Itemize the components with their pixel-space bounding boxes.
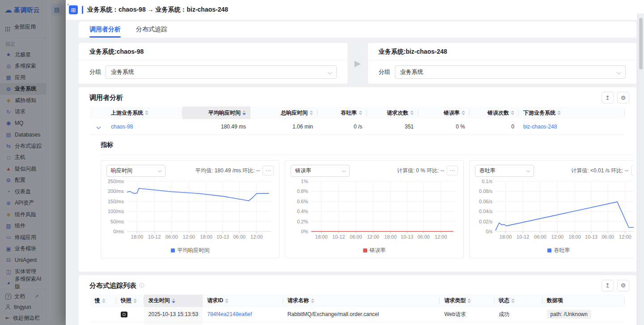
sort-icon[interactable] — [225, 299, 229, 303]
source-group-select[interactable]: 业务系统 — [106, 65, 337, 79]
svg-text:10-13: 10-13 — [585, 234, 597, 239]
apps-badge-icon[interactable]: ⊞ ✕ — [69, 5, 78, 14]
target-group-select[interactable]: 业务系统 — [395, 65, 626, 79]
sort-icon[interactable] — [467, 299, 471, 303]
table-settings-button[interactable]: ⚙ — [617, 280, 629, 291]
sort-icon[interactable] — [511, 111, 514, 115]
metric-select[interactable]: 响应时间 — [106, 165, 165, 177]
table-settings-button[interactable]: ⚙ — [617, 92, 629, 103]
table-header-row: 慢快照发生时间请求ID请求名称请求类型状态数据项 — [90, 295, 625, 307]
upstream-system-link[interactable]: chaos-98 — [111, 124, 133, 130]
svg-text:06:00: 06:00 — [602, 234, 614, 239]
column-header[interactable]: 请求类型 — [440, 295, 494, 307]
sort-icon[interactable] — [410, 111, 414, 115]
svg-text:18:00: 18:00 — [131, 234, 144, 239]
svg-text:1%: 1% — [301, 179, 308, 184]
sort-icon[interactable] — [242, 111, 246, 115]
svg-text:0.06/s: 0.06/s — [479, 198, 492, 204]
legend-swatch — [547, 248, 551, 252]
legend-label[interactable]: 错误率 — [370, 247, 386, 254]
expand-row-icon[interactable] — [96, 124, 101, 129]
column-header[interactable]: 吞吐率 — [318, 107, 367, 119]
svg-text:06:00: 06:00 — [350, 234, 362, 239]
column-header[interactable]: 请求ID — [203, 295, 283, 307]
column-header[interactable]: 总响应时间 — [250, 107, 318, 119]
column-header[interactable]: 请求次数 — [367, 107, 418, 119]
metric-select[interactable]: 错误率 — [291, 165, 350, 177]
line-chart: 0%0.2%0.4%0.6%0.8%1%18:0010-1206:0012:00… — [291, 177, 458, 245]
system-selector-row: 业务系统:chaos-98 分组 业务系统 ▶ 业务系统:biz-chaos-2… — [79, 43, 636, 84]
svg-text:10-12: 10-12 — [148, 234, 161, 239]
column-header[interactable]: 错误次数 — [470, 107, 519, 119]
column-header[interactable]: 慢 — [90, 295, 116, 307]
status-cell: 成功 — [494, 307, 542, 322]
svg-text:06:00: 06:00 — [534, 234, 547, 239]
group-label: 分组 — [89, 68, 101, 76]
info-icon[interactable]: ⓘ — [139, 282, 144, 290]
sort-icon[interactable] — [133, 299, 137, 303]
column-header[interactable]: 下游业务系统 — [519, 107, 625, 119]
svg-text:100/ms: 100/ms — [108, 209, 124, 214]
export-button[interactable]: ↥ — [602, 92, 614, 103]
svg-text:0%: 0% — [301, 229, 308, 234]
svg-text:18:00: 18:00 — [568, 234, 581, 239]
metric-select-value: 吞吐率 — [479, 167, 496, 175]
svg-text:0.04/s: 0.04/s — [479, 209, 492, 214]
target-system-card: 业务系统:biz-chaos-248 分组 业务系统 — [368, 43, 637, 84]
sort-icon[interactable] — [102, 299, 106, 303]
vertical-scrollbar[interactable] — [637, 13, 644, 325]
status-cell: 成功 — [494, 322, 542, 325]
more-options-button[interactable]: ⋯ — [447, 166, 458, 175]
caller-analysis-card: 调用者分析 ↥ ⚙ 上游业务系统平均响应时间总响应时间吞吐率请求次数错误率错误次… — [79, 87, 636, 272]
sort-icon[interactable] — [557, 111, 561, 115]
caller-analysis-title: 调用者分析 — [89, 94, 123, 102]
request-id-link[interactable]: 784f4ea2148ea6ef — [207, 311, 252, 317]
more-options-button[interactable]: ⋯ — [263, 166, 274, 175]
data-item-tag: path: /Unknown — [547, 310, 591, 319]
svg-text:150/ms: 150/ms — [108, 198, 124, 204]
svg-text:10-13: 10-13 — [401, 234, 413, 239]
chart-legend: 吞吐率 — [475, 247, 634, 255]
more-options-button[interactable]: ⋯ — [631, 166, 634, 175]
column-header[interactable]: 平均响应时间 — [182, 107, 250, 119]
column-header[interactable]: 错误率 — [418, 107, 470, 119]
metric-select[interactable]: 吞吐率 — [475, 165, 534, 177]
legend-label[interactable]: 平均响应时间 — [178, 247, 210, 254]
error-count-cell: 0 — [470, 119, 519, 134]
slow-cell — [90, 322, 116, 325]
export-button[interactable]: ↥ — [602, 280, 614, 291]
svg-text:06:00: 06:00 — [233, 234, 246, 239]
svg-text:06:00: 06:00 — [165, 234, 178, 239]
svg-text:10-13: 10-13 — [216, 234, 229, 239]
column-header[interactable]: 发生时间 — [144, 295, 203, 307]
tab-caller-analysis[interactable]: 调用者分析 — [89, 21, 121, 38]
svg-text:12:00: 12:00 — [435, 234, 447, 239]
downstream-system-link[interactable]: biz-chaos-248 — [523, 124, 557, 130]
svg-text:12:00: 12:00 — [367, 234, 380, 239]
column-header[interactable]: 快照 — [116, 295, 144, 307]
table-row: chaos-98180.49 ms1.06 min0 /s3510 %0biz-… — [90, 119, 625, 134]
legend-label[interactable]: 吞吐率 — [554, 247, 570, 254]
sort-icon[interactable] — [462, 111, 465, 115]
sort-icon[interactable] — [145, 111, 148, 115]
metric-chart-card: 响应时间 平均值: 180.49 /ms 环比: -- ⋯ 0/ms50/ms1… — [101, 160, 280, 258]
source-system-title: 业务系统:chaos-98 — [79, 43, 347, 60]
drawer-overlay-mask[interactable] — [0, 0, 66, 325]
sort-icon[interactable] — [359, 111, 362, 115]
scrollbar-thumb[interactable] — [639, 18, 643, 69]
sort-icon[interactable] — [172, 299, 175, 303]
table-row: 2025-10-13 15:13:53784f4ea2148ea6efRabbi… — [90, 307, 625, 322]
column-header[interactable]: 上游业务系统 — [106, 107, 182, 119]
column-header[interactable]: 状态 — [494, 295, 542, 307]
target-group-value: 业务系统 — [400, 68, 424, 76]
sort-icon[interactable] — [511, 299, 515, 303]
close-icon[interactable]: ✕ — [67, 3, 70, 7]
svg-text:10-12: 10-12 — [332, 234, 345, 239]
snapshot-camera-icon[interactable] — [121, 312, 127, 317]
charts-row: 响应时间 平均值: 180.49 /ms 环比: -- ⋯ 0/ms50/ms1… — [101, 160, 634, 258]
column-header[interactable]: 请求名称 — [283, 295, 440, 307]
tab-distributed-tracing[interactable]: 分布式追踪 — [136, 21, 167, 38]
sort-icon[interactable] — [309, 111, 313, 115]
sort-icon[interactable] — [311, 299, 314, 303]
legend-swatch — [363, 248, 367, 252]
